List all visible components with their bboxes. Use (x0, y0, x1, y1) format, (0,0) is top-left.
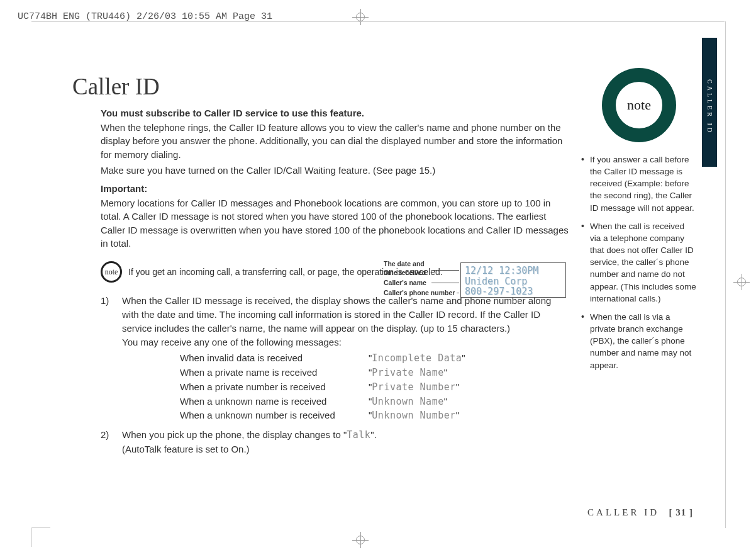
crop-mark-top (352, 9, 369, 25)
step-2-text-c: (AutoTalk feature is set to On.) (122, 444, 250, 454)
crop-line (31, 21, 725, 22)
side-note-item: When the call is via a private branch ex… (581, 311, 697, 371)
lcd-display: 12/12 12:30PM Uniden Corp 800-297-1023 (460, 262, 566, 298)
callout-label: The date and (384, 260, 426, 269)
msg-desc: When a private name is received (180, 366, 369, 380)
callout-line-icon (431, 283, 459, 283)
step-2-text-b: ". (370, 429, 377, 440)
note-badge-icon: note (616, 82, 662, 128)
intro-para: When the telephone rings, the Caller ID … (101, 121, 569, 161)
msg-desc: When a unknown number is received (180, 408, 369, 423)
footer-page-number: [ 31 ] (669, 507, 694, 517)
callout-label: Caller's phone number (384, 289, 455, 298)
step-number: 2) (101, 428, 113, 456)
callout-label: time received (384, 269, 426, 278)
side-note-item: If you answer a call before the Caller I… (581, 154, 697, 214)
important-label: Important: (101, 183, 569, 194)
print-header: UC774BH ENG (TRU446) 2/26/03 10:55 AM Pa… (18, 11, 272, 22)
lcd-callout: The date and time received Caller's name… (384, 260, 566, 305)
sidebar-notes: note If you answer a call before the Cal… (581, 68, 697, 378)
note-badge-icon: note (101, 261, 122, 283)
lcd-line: 800-297-1023 (465, 286, 562, 297)
msg-desc: When a unknown name is received (180, 395, 369, 409)
callout-label: Caller's name (384, 279, 426, 288)
page-footer: CALLER ID [ 31 ] (587, 507, 693, 518)
lcd-line: 12/12 12:30PM (465, 266, 562, 276)
table-row: When a private name is received "Private… (180, 366, 569, 380)
step-number: 1) (101, 294, 113, 423)
step-1-text-b: You may receive any one of the following… (122, 337, 342, 347)
page-title: Caller ID (72, 73, 569, 100)
table-row: When a unknown name is received "Unknown… (180, 395, 569, 409)
callout-line-icon (431, 270, 459, 271)
crop-mark-bottom (352, 532, 369, 548)
side-note-item: When the call is received via a telephon… (581, 220, 697, 305)
crop-mark-right (733, 274, 750, 290)
important-body: Memory locations for Caller ID messages … (101, 196, 569, 250)
msg-value: "Unknown Name" (369, 395, 447, 409)
msg-value: "Incomplete Data" (369, 351, 465, 366)
callout-line-icon (457, 293, 459, 293)
table-row: When a private number is received "Priva… (180, 380, 569, 395)
footer-section: CALLER ID (587, 507, 659, 517)
lcd-line: Uniden Corp (465, 276, 562, 287)
step-2: 2) When you pick up the phone, the displ… (101, 428, 569, 456)
step-2-talk: Talk (347, 429, 370, 441)
section-tab: CALLER ID (702, 38, 717, 167)
msg-desc: When invalid data is received (180, 351, 369, 366)
crop-line-right (725, 21, 726, 528)
message-table: When invalid data is received "Incomplet… (180, 351, 569, 423)
note-badge-large: note (602, 68, 676, 142)
msg-value: "Private Name" (369, 366, 447, 380)
crop-corner-v (31, 528, 32, 547)
msg-desc: When a private number is received (180, 380, 369, 395)
intro-para-b: Make sure you have turned on the Caller … (101, 164, 569, 177)
table-row: When invalid data is received "Incomplet… (180, 351, 569, 366)
table-row: When a unknown number is received "Unkno… (180, 408, 569, 423)
msg-value: "Unknown Number" (369, 408, 459, 423)
intro-bold: You must subscribe to Caller ID service … (101, 108, 569, 118)
step-2-text-a: When you pick up the phone, the display … (122, 429, 347, 440)
crop-corner (31, 527, 50, 528)
step-1: 1) When the Caller ID message is receive… (101, 294, 569, 423)
msg-value: "Private Number" (369, 380, 459, 395)
